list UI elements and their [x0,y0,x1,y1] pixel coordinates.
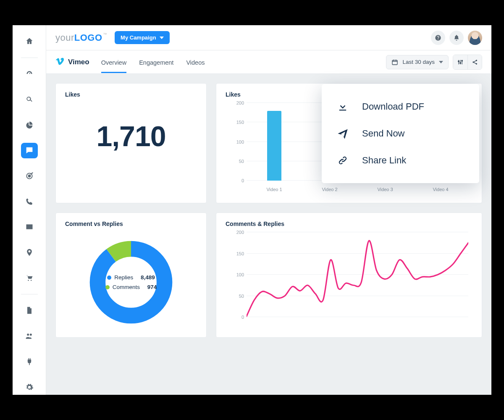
location-icon[interactable] [21,245,38,260]
vimeo-icon [55,57,65,68]
send-now-label: Send Now [362,128,405,139]
card-donut: Comment vs Replies Replies 8,489 [55,213,207,338]
card-title: Likes [65,91,197,98]
ytick-label: 0 [227,315,244,320]
likes-value: 1,710 [65,103,197,173]
legend-comments-value: 974 [147,284,157,290]
users-icon[interactable] [21,328,38,344]
ytick-label: 200 [227,100,244,105]
campaign-dropdown[interactable]: My Campaign [115,31,170,44]
share-button[interactable] [467,55,482,69]
logo-part1: your [55,32,74,43]
share-link-item[interactable]: Share Link [326,147,475,174]
dashboard-icon[interactable] [21,66,38,82]
calendar-icon [391,59,398,66]
chevron-down-icon [439,61,443,63]
app-header: yourLOGO™ My Campaign [46,25,491,50]
gear-icon[interactable] [21,379,38,395]
rail-divider [21,294,38,294]
ytick-label: 150 [227,120,244,125]
card-title: Comments & Replies [226,220,472,227]
toolbar-buttons [453,55,482,70]
file-icon[interactable] [21,303,38,318]
sidebar-rail [13,25,46,395]
xtick-label: Video 1 [266,187,282,192]
tab-overview[interactable]: Overview [101,52,126,72]
pie-icon[interactable] [21,117,38,133]
search-icon[interactable] [21,92,38,107]
plug-icon[interactable] [21,354,38,369]
daterange-label: Last 30 days [402,59,435,65]
ytick-label: 100 [227,139,244,144]
xtick-label: Video 4 [433,187,448,192]
download-pdf-label: Download PDF [362,101,424,112]
source-name: Vimeo [68,58,89,66]
notifications-button[interactable] [449,31,464,45]
legend-replies: Replies 8,489 [107,274,155,281]
svg-point-5 [462,60,463,61]
logo-tm: ™ [103,32,108,37]
daterange-picker[interactable]: Last 30 days [386,55,449,69]
filter-button[interactable] [453,55,467,69]
download-pdf-item[interactable]: Download PDF [326,93,475,120]
legend-comments-label: Comments [113,284,140,290]
comments-replies-line-chart: 050100150200 [226,232,472,320]
mail-icon[interactable] [21,219,38,235]
phone-icon[interactable] [21,194,38,209]
campaign-label: My Campaign [121,34,156,41]
send-icon [337,128,349,139]
chat-icon[interactable] [21,143,38,158]
svg-point-4 [460,62,461,63]
send-now-item[interactable]: Send Now [326,120,475,147]
cart-icon[interactable] [21,270,38,286]
xtick-label: Video 3 [377,187,393,192]
target-icon[interactable] [21,168,38,184]
ytick-label: 0 [227,178,244,183]
share-popover: Download PDF Send Now Share Link [322,84,479,183]
card-title: Comment vs Replies [65,220,197,227]
card-likes-count: Likes 1,710 [55,83,207,203]
dot-icon [105,285,110,289]
svg-rect-2 [392,60,397,65]
logo: yourLOGO™ [55,32,107,43]
share-link-label: Share Link [362,155,406,166]
ytick-label: 150 [227,251,244,256]
ytick-label: 50 [227,294,244,299]
card-line: Comments & Replies 050100150200 [216,213,482,338]
tabs: Overview Engagement Videos [101,52,205,72]
page-subheader: Vimeo Overview Engagement Videos Last 30… [46,50,491,74]
help-button[interactable] [431,31,445,45]
chevron-down-icon [160,37,164,39]
legend-comments: Comments 974 [105,284,157,290]
avatar[interactable] [468,31,482,45]
dot-icon [107,276,111,280]
rail-divider [21,58,38,58]
tab-engagement[interactable]: Engagement [139,52,173,72]
ytick-label: 50 [227,159,244,164]
link-icon [337,155,349,166]
svg-point-3 [458,60,459,62]
bar [267,111,281,181]
legend-replies-value: 8,489 [141,274,155,281]
tab-videos[interactable]: Videos [186,52,205,72]
download-icon [337,101,349,113]
xtick-label: Video 2 [322,187,337,192]
home-icon[interactable] [21,34,38,49]
logo-part2: LOGO [74,32,102,43]
ytick-label: 200 [227,230,244,235]
svg-point-1 [28,175,30,177]
donut-chart: Replies 8,489 Comments 974 [87,238,175,326]
ytick-label: 100 [227,272,244,277]
legend-replies-label: Replies [114,274,133,281]
